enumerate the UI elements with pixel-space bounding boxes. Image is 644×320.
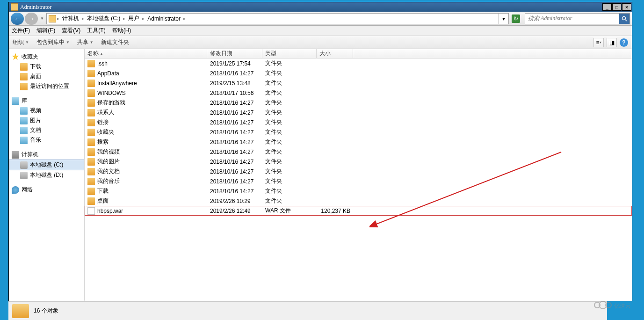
col-type[interactable]: 类型 xyxy=(262,49,317,58)
file-panel: 名称▴ 修改日期 类型 大小 .ssh2019/1/25 17:54文件夹App… xyxy=(85,49,632,301)
share-button[interactable]: 共享▼ xyxy=(77,38,94,46)
view-options-button[interactable]: ≡▾ xyxy=(593,38,604,47)
file-row[interactable]: AppData2018/10/16 14:27文件夹 xyxy=(85,68,632,78)
minimize-button[interactable]: _ xyxy=(602,3,612,11)
maximize-button[interactable]: □ xyxy=(612,3,622,11)
file-row[interactable]: 保存的游戏2018/10/16 14:27文件夹 xyxy=(85,98,632,108)
file-icon xyxy=(87,207,95,215)
address-bar[interactable]: ▸ 计算机 ▸ 本地磁盘 (C:) ▸ 用户 ▸ Administrator ▸… xyxy=(46,13,509,24)
breadcrumb-current[interactable]: Administrator xyxy=(145,15,182,22)
file-modified: 2019/1/25 17:54 xyxy=(210,60,251,67)
menu-tools[interactable]: 工具(T) xyxy=(87,27,105,35)
address-dropdown[interactable]: ▾ xyxy=(498,14,508,24)
menu-edit[interactable]: 编辑(E) xyxy=(36,27,55,35)
chevron-right-icon[interactable]: ▸ xyxy=(122,16,126,21)
sidebar-network[interactable]: 网络 xyxy=(9,185,84,195)
file-row[interactable]: 链接2018/10/16 14:27文件夹 xyxy=(85,117,632,127)
file-row[interactable]: .ssh2019/1/25 17:54文件夹 xyxy=(85,58,632,68)
folder-icon xyxy=(87,197,95,205)
file-list[interactable]: .ssh2019/1/25 17:54文件夹AppData2018/10/16 … xyxy=(85,58,632,301)
col-name[interactable]: 名称▴ xyxy=(85,49,207,58)
preview-pane-button[interactable]: ◨ xyxy=(607,38,617,47)
close-button[interactable]: × xyxy=(622,3,631,11)
col-size[interactable]: 大小 xyxy=(317,49,353,58)
chevron-right-icon[interactable]: ▸ xyxy=(81,16,85,21)
file-row[interactable]: 桌面2019/2/26 10:29文件夹 xyxy=(85,196,632,206)
file-modified: 2018/10/16 14:27 xyxy=(210,168,253,175)
new-folder-button[interactable]: 新建文件夹 xyxy=(101,38,129,46)
history-dropdown[interactable]: ▼ xyxy=(39,13,45,25)
sidebar-item[interactable]: 文档 xyxy=(9,125,84,135)
sidebar-item[interactable]: 图片 xyxy=(9,116,84,125)
col-modified[interactable]: 修改日期 xyxy=(207,49,262,58)
library-icon xyxy=(12,97,19,105)
file-name: 链接 xyxy=(97,118,109,126)
refresh-button[interactable]: ↻ xyxy=(512,15,520,23)
file-row[interactable]: 收藏夹2018/10/16 14:27文件夹 xyxy=(85,127,632,137)
file-modified: 2019/2/26 10:29 xyxy=(210,198,251,204)
breadcrumb-root[interactable]: 计算机 xyxy=(60,15,81,22)
sidebar-item-label: 本地磁盘 (C:) xyxy=(30,161,63,169)
file-modified: 2018/10/16 14:27 xyxy=(210,70,253,77)
sidebar-item[interactable]: 最近访问的位置 xyxy=(9,81,84,91)
status-text: 16 个对象 xyxy=(34,307,58,315)
sidebar-item[interactable]: 下载 xyxy=(9,62,84,72)
sidebar-favorites[interactable]: 收藏夹 xyxy=(9,52,84,62)
file-row[interactable]: 我的文档2018/10/16 14:27文件夹 xyxy=(85,167,632,176)
file-row[interactable]: 我的视频2018/10/16 14:27文件夹 xyxy=(85,147,632,157)
item-icon xyxy=(20,63,28,71)
forward-button[interactable]: → xyxy=(25,13,38,25)
file-size: 120,237 KB xyxy=(321,208,350,214)
file-name: 我的文档 xyxy=(97,167,120,175)
file-row[interactable]: hbpsp.war2019/2/26 12:49WAR 文件120,237 KB xyxy=(85,206,632,216)
organize-button[interactable]: 组织▼ xyxy=(13,38,29,46)
search-button[interactable] xyxy=(619,14,630,24)
sidebar-item[interactable]: 视频 xyxy=(9,106,84,116)
sidebar-item-label: 下载 xyxy=(30,63,41,71)
file-row[interactable]: InstallAnywhere2019/2/15 13:48文件夹 xyxy=(85,78,632,88)
svg-text:亿速云: 亿速云 xyxy=(614,303,630,309)
file-name: WINDOWS xyxy=(97,90,126,96)
sidebar-item[interactable]: 本地磁盘 (C:) xyxy=(9,160,84,170)
file-row[interactable]: 联系人2018/10/16 14:27文件夹 xyxy=(85,108,632,117)
column-headers: 名称▴ 修改日期 类型 大小 xyxy=(85,49,632,58)
file-modified: 2018/10/16 14:27 xyxy=(210,139,253,145)
title-bar[interactable]: Administrator _ □ × xyxy=(9,2,632,12)
back-button[interactable]: ← xyxy=(11,13,24,25)
nav-bar: ← → ▼ ▸ 计算机 ▸ 本地磁盘 (C:) ▸ 用户 ▸ Administr… xyxy=(9,12,632,26)
chevron-right-icon[interactable]: ▸ xyxy=(56,16,60,21)
file-row[interactable]: 下载2018/10/16 14:27文件夹 xyxy=(85,186,632,196)
file-modified: 2018/10/16 14:27 xyxy=(210,119,253,126)
sidebar-item[interactable]: 桌面 xyxy=(9,72,84,81)
file-row[interactable]: 搜索2018/10/16 14:27文件夹 xyxy=(85,137,632,147)
file-name: 我的音乐 xyxy=(97,177,120,185)
chevron-right-icon[interactable]: ▸ xyxy=(141,16,145,21)
item-icon xyxy=(20,83,28,90)
file-name: 收藏夹 xyxy=(97,128,114,136)
menu-help[interactable]: 帮助(H) xyxy=(112,27,131,35)
file-type: 文件夹 xyxy=(265,177,282,185)
file-type: 文件夹 xyxy=(265,69,282,77)
sidebar-computer[interactable]: 计算机 xyxy=(9,150,84,160)
help-button[interactable]: ? xyxy=(620,38,628,47)
file-type: 文件夹 xyxy=(265,158,282,166)
breadcrumb-drive[interactable]: 本地磁盘 (C:) xyxy=(85,15,122,22)
search-input[interactable] xyxy=(525,15,619,22)
file-row[interactable]: 我的图片2018/10/16 14:27文件夹 xyxy=(85,157,632,167)
menu-view[interactable]: 查看(V) xyxy=(62,27,80,35)
chevron-right-icon[interactable]: ▸ xyxy=(182,16,187,21)
sidebar-item[interactable]: 音乐 xyxy=(9,135,84,145)
file-modified: 2018/10/16 14:27 xyxy=(210,159,253,165)
item-icon xyxy=(20,161,28,169)
sidebar-item-label: 桌面 xyxy=(30,73,41,80)
sidebar-libraries[interactable]: 库 xyxy=(9,96,84,106)
include-library-button[interactable]: 包含到库中▼ xyxy=(36,38,70,46)
file-row[interactable]: 我的音乐2018/10/16 14:27文件夹 xyxy=(85,176,632,186)
menu-file[interactable]: 文件(F) xyxy=(12,27,30,35)
sidebar-item[interactable]: 本地磁盘 (D:) xyxy=(9,170,84,180)
breadcrumb-users[interactable]: 用户 xyxy=(126,15,141,22)
file-row[interactable]: WINDOWS2018/10/17 10:56文件夹 xyxy=(85,88,632,98)
file-type: 文件夹 xyxy=(265,59,282,67)
file-name: InstallAnywhere xyxy=(97,80,137,87)
search-box xyxy=(525,13,630,24)
